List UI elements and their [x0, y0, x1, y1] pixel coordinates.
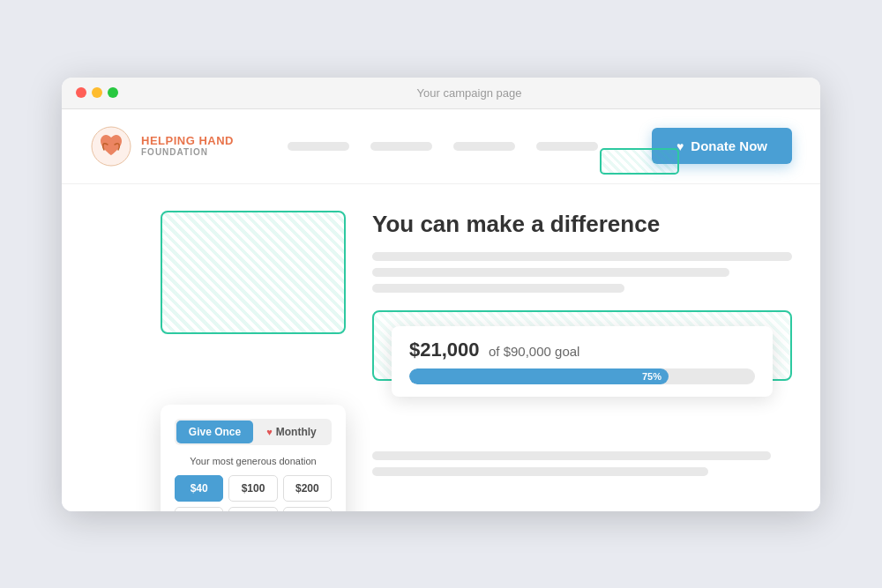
nav-placeholder — [269, 142, 617, 151]
amount-btn-40[interactable]: $40 — [175, 475, 223, 502]
goal-card: $21,000 of $90,000 goal 75% — [392, 326, 773, 397]
browser-body: HELPING HAND FOUNDATION ♥ Donate Now — [62, 109, 820, 511]
bottom-line-2 — [372, 467, 708, 476]
hero-section: You can make a difference $21,000 of $90… — [90, 211, 792, 476]
text-line-2 — [372, 268, 729, 277]
text-line-3 — [372, 284, 624, 293]
logo-icon — [90, 125, 132, 167]
monthly-heart-icon: ♥ — [266, 427, 273, 437]
browser-titlebar: Your campaign page — [62, 78, 820, 109]
donate-now-label: Donate Now — [691, 138, 767, 153]
active-nav-box — [600, 148, 679, 175]
donation-widget: Give Once ♥ Monthly Your most generous d… — [161, 405, 346, 511]
logo-area: HELPING HAND FOUNDATION — [90, 125, 234, 167]
bottom-lines — [372, 451, 792, 476]
main-content: You can make a difference $21,000 of $90… — [62, 184, 820, 511]
tab-monthly[interactable]: ♥ Monthly — [253, 421, 330, 443]
amount-btn-200[interactable]: $200 — [283, 475, 332, 502]
amount-btn-1000[interactable]: $1,000 — [175, 507, 223, 511]
amount-grid: $40 $100 $200 $1,000 $2,500 $5,000 — [175, 475, 332, 511]
traffic-light-yellow[interactable] — [92, 87, 102, 98]
traffic-light-red[interactable] — [76, 87, 86, 98]
nav-bar-4 — [536, 142, 598, 151]
hero-bg-box — [161, 211, 346, 334]
bottom-line-1 — [372, 451, 771, 460]
progress-bar-fill: 75% — [409, 368, 669, 384]
raised-amount: $21,000 — [409, 339, 480, 361]
progress-bar-container: 75% — [409, 368, 755, 384]
goal-box: $21,000 of $90,000 goal 75% — [372, 310, 792, 381]
goal-text: of $90,000 goal — [489, 344, 579, 359]
text-line-1 — [372, 252, 792, 261]
brand-sub: FOUNDATION — [141, 147, 234, 157]
content-right: You can make a difference $21,000 of $90… — [372, 211, 792, 476]
nav-bar-1 — [288, 142, 349, 151]
amount-btn-100[interactable]: $100 — [228, 475, 277, 502]
browser-window: Your campaign page HELPING HAND — [62, 78, 820, 511]
brand-name: HELPING HAND — [141, 135, 234, 147]
text-lines — [372, 252, 792, 293]
amount-btn-2500[interactable]: $2,500 — [228, 507, 277, 511]
site-header: HELPING HAND FOUNDATION ♥ Donate Now — [62, 109, 820, 184]
amount-btn-5000[interactable]: $5,000 — [283, 507, 332, 511]
nav-bar-2 — [370, 142, 432, 151]
logo-text: HELPING HAND FOUNDATION — [141, 135, 234, 157]
traffic-light-green[interactable] — [108, 87, 118, 98]
progress-label: 75% — [642, 371, 662, 382]
browser-url: Your campaign page — [132, 86, 806, 100]
traffic-lights — [76, 87, 118, 98]
widget-description: Your most generous donation — [175, 456, 332, 466]
tab-give-once[interactable]: Give Once — [176, 421, 253, 443]
headline: You can make a difference — [372, 211, 792, 238]
nav-bar-3 — [453, 142, 515, 151]
widget-tabs: Give Once ♥ Monthly — [175, 419, 332, 445]
